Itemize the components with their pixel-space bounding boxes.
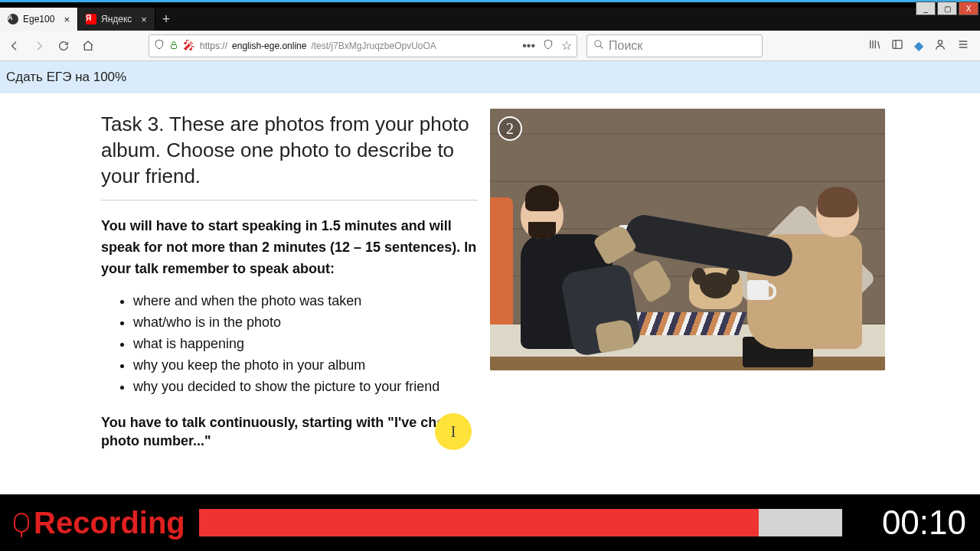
divider <box>101 200 478 201</box>
task-point: why you decided to show the picture to y… <box>133 377 478 398</box>
tab-strip: A Ege100 × Я Яндекс × + _ ▢ X <box>0 8 980 31</box>
forward-button[interactable] <box>29 36 49 56</box>
banner-text: Сдать ЕГЭ на 100% <box>6 70 126 85</box>
favicon-yandex: Я <box>86 14 96 24</box>
favicon-ege100: A <box>8 14 18 24</box>
nav-toolbar: 🎤︎ https:// english-ege.online /test/j7B… <box>0 31 980 61</box>
reload-button[interactable] <box>54 36 74 56</box>
task-photo: 2 <box>490 109 885 370</box>
tab-close-icon[interactable]: × <box>64 14 70 25</box>
task-instructions: You will have to start speaking in 1.5 m… <box>101 216 478 280</box>
task-point: where and when the photo was taken <box>133 291 478 312</box>
site-banner: Сдать ЕГЭ на 100% <box>0 61 980 93</box>
library-icon[interactable] <box>868 38 880 54</box>
url-path: /test/j7BxMgJruqzbeOpvUoOA <box>311 41 436 51</box>
tab-label: Ege100 <box>23 14 54 24</box>
svg-point-1 <box>595 40 601 46</box>
url-host: english-ege.online <box>232 41 306 51</box>
task-closing: You have to talk continuously, starting … <box>101 413 478 451</box>
photo-number-badge: 2 <box>498 116 522 141</box>
bookmark-star-icon[interactable]: ☆ <box>561 38 572 53</box>
task-point: what/who is in the photo <box>133 312 478 334</box>
mic-permission-icon[interactable]: 🎤︎ <box>183 39 195 53</box>
page-actions-icon[interactable]: ••• <box>522 39 535 53</box>
recording-timer: 00:10 <box>882 504 966 542</box>
recording-bar: Recording 00:10 <box>0 494 980 551</box>
window-minimize-button[interactable]: _ <box>916 2 936 15</box>
page-content: Task 3. These are photos from your photo… <box>0 93 980 494</box>
tab-label: Яндекс <box>101 14 132 24</box>
account-icon[interactable] <box>934 38 946 54</box>
mic-icon <box>14 513 29 533</box>
svg-point-3 <box>938 40 942 44</box>
reader-icon[interactable] <box>543 39 554 53</box>
recording-progress-fill <box>199 509 759 536</box>
home-button[interactable] <box>78 36 98 56</box>
back-button[interactable] <box>5 36 24 56</box>
recording-label: Recording <box>14 506 185 540</box>
search-bar[interactable]: Поиск <box>586 34 763 57</box>
menu-icon[interactable] <box>957 38 969 54</box>
new-tab-button[interactable]: + <box>155 8 177 31</box>
svg-rect-0 <box>172 44 177 48</box>
extension-icon[interactable]: ◆ <box>914 38 923 53</box>
task-heading: Task 3. These are photos from your photo… <box>101 112 478 189</box>
task-points-list: where and when the photo was taken what/… <box>101 291 478 397</box>
tab-ege100[interactable]: A Ege100 × <box>0 8 78 31</box>
lock-icon <box>169 39 178 53</box>
svg-rect-2 <box>893 40 902 48</box>
sidebar-icon[interactable] <box>891 38 903 54</box>
search-icon <box>593 39 604 53</box>
text-cursor-highlight: I <box>435 413 472 450</box>
window-maximize-button[interactable]: ▢ <box>937 2 957 15</box>
search-placeholder: Поиск <box>609 39 642 53</box>
recording-progress[interactable] <box>199 509 842 536</box>
url-protocol: https:// <box>200 41 227 51</box>
task-point: why you keep the photo in your album <box>133 355 478 377</box>
shield-icon <box>154 39 165 53</box>
address-bar[interactable]: 🎤︎ https:// english-ege.online /test/j7B… <box>149 34 577 57</box>
window-titlebar <box>0 0 980 8</box>
tab-close-icon[interactable]: × <box>141 14 147 25</box>
window-close-button[interactable]: X <box>959 2 978 15</box>
tab-yandex[interactable]: Я Яндекс × <box>78 8 155 31</box>
task-point: what is happening <box>133 334 478 355</box>
